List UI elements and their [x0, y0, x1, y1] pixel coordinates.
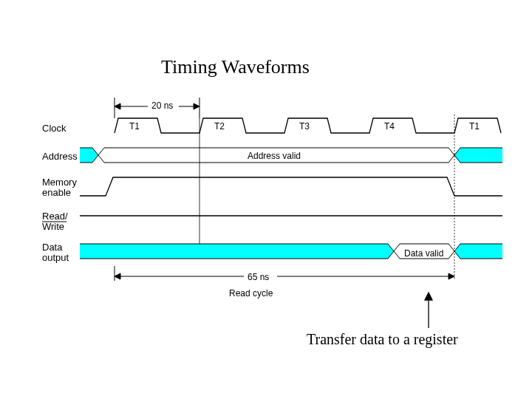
- svg-marker-20: [425, 293, 432, 300]
- timing-diagram: [0, 0, 532, 399]
- svg-marker-3: [115, 103, 120, 109]
- svg-marker-16: [115, 273, 120, 279]
- svg-marker-13: [454, 244, 502, 259]
- svg-marker-9: [454, 148, 502, 163]
- svg-marker-5: [194, 103, 200, 109]
- svg-marker-18: [449, 273, 454, 279]
- svg-marker-12: [80, 244, 394, 259]
- svg-marker-8: [80, 148, 98, 163]
